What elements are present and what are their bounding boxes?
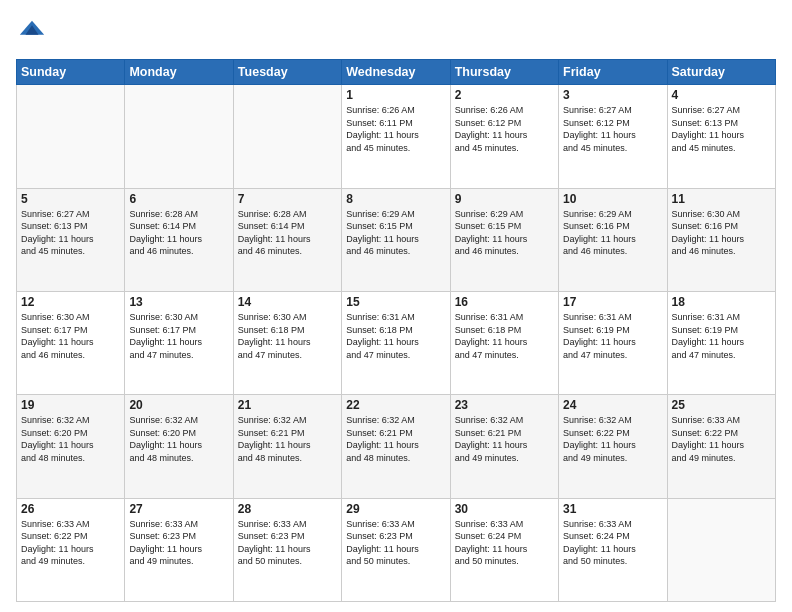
day-number: 11: [672, 192, 771, 206]
calendar-cell: [125, 85, 233, 188]
day-info: Sunrise: 6:29 AM Sunset: 6:16 PM Dayligh…: [563, 208, 662, 258]
day-number: 3: [563, 88, 662, 102]
weekday-header-friday: Friday: [559, 60, 667, 85]
day-info: Sunrise: 6:32 AM Sunset: 6:21 PM Dayligh…: [346, 414, 445, 464]
day-info: Sunrise: 6:30 AM Sunset: 6:17 PM Dayligh…: [21, 311, 120, 361]
calendar-cell: 12Sunrise: 6:30 AM Sunset: 6:17 PM Dayli…: [17, 291, 125, 394]
day-info: Sunrise: 6:27 AM Sunset: 6:13 PM Dayligh…: [21, 208, 120, 258]
calendar-cell: 17Sunrise: 6:31 AM Sunset: 6:19 PM Dayli…: [559, 291, 667, 394]
day-info: Sunrise: 6:31 AM Sunset: 6:18 PM Dayligh…: [346, 311, 445, 361]
day-number: 27: [129, 502, 228, 516]
calendar-week-2: 12Sunrise: 6:30 AM Sunset: 6:17 PM Dayli…: [17, 291, 776, 394]
day-number: 28: [238, 502, 337, 516]
calendar-week-1: 5Sunrise: 6:27 AM Sunset: 6:13 PM Daylig…: [17, 188, 776, 291]
day-number: 12: [21, 295, 120, 309]
weekday-header-sunday: Sunday: [17, 60, 125, 85]
day-number: 14: [238, 295, 337, 309]
day-number: 22: [346, 398, 445, 412]
day-number: 13: [129, 295, 228, 309]
day-number: 8: [346, 192, 445, 206]
day-info: Sunrise: 6:32 AM Sunset: 6:20 PM Dayligh…: [129, 414, 228, 464]
day-info: Sunrise: 6:33 AM Sunset: 6:23 PM Dayligh…: [346, 518, 445, 568]
weekday-header-tuesday: Tuesday: [233, 60, 341, 85]
day-info: Sunrise: 6:33 AM Sunset: 6:22 PM Dayligh…: [672, 414, 771, 464]
calendar-cell: 8Sunrise: 6:29 AM Sunset: 6:15 PM Daylig…: [342, 188, 450, 291]
calendar-cell: 15Sunrise: 6:31 AM Sunset: 6:18 PM Dayli…: [342, 291, 450, 394]
day-info: Sunrise: 6:27 AM Sunset: 6:12 PM Dayligh…: [563, 104, 662, 154]
day-info: Sunrise: 6:28 AM Sunset: 6:14 PM Dayligh…: [238, 208, 337, 258]
calendar-cell: 18Sunrise: 6:31 AM Sunset: 6:19 PM Dayli…: [667, 291, 775, 394]
day-info: Sunrise: 6:33 AM Sunset: 6:24 PM Dayligh…: [455, 518, 554, 568]
calendar-cell: 21Sunrise: 6:32 AM Sunset: 6:21 PM Dayli…: [233, 395, 341, 498]
day-number: 29: [346, 502, 445, 516]
calendar-cell: 26Sunrise: 6:33 AM Sunset: 6:22 PM Dayli…: [17, 498, 125, 601]
weekday-header-thursday: Thursday: [450, 60, 558, 85]
day-info: Sunrise: 6:33 AM Sunset: 6:23 PM Dayligh…: [238, 518, 337, 568]
day-info: Sunrise: 6:32 AM Sunset: 6:20 PM Dayligh…: [21, 414, 120, 464]
weekday-header-monday: Monday: [125, 60, 233, 85]
logo: [16, 16, 46, 49]
day-number: 20: [129, 398, 228, 412]
calendar-cell: 29Sunrise: 6:33 AM Sunset: 6:23 PM Dayli…: [342, 498, 450, 601]
calendar-week-3: 19Sunrise: 6:32 AM Sunset: 6:20 PM Dayli…: [17, 395, 776, 498]
day-number: 5: [21, 192, 120, 206]
day-info: Sunrise: 6:33 AM Sunset: 6:23 PM Dayligh…: [129, 518, 228, 568]
day-info: Sunrise: 6:29 AM Sunset: 6:15 PM Dayligh…: [455, 208, 554, 258]
day-number: 7: [238, 192, 337, 206]
day-number: 9: [455, 192, 554, 206]
day-number: 25: [672, 398, 771, 412]
calendar-cell: 22Sunrise: 6:32 AM Sunset: 6:21 PM Dayli…: [342, 395, 450, 498]
day-number: 6: [129, 192, 228, 206]
day-info: Sunrise: 6:26 AM Sunset: 6:11 PM Dayligh…: [346, 104, 445, 154]
calendar-cell: 13Sunrise: 6:30 AM Sunset: 6:17 PM Dayli…: [125, 291, 233, 394]
calendar-cell: 20Sunrise: 6:32 AM Sunset: 6:20 PM Dayli…: [125, 395, 233, 498]
calendar-cell: 1Sunrise: 6:26 AM Sunset: 6:11 PM Daylig…: [342, 85, 450, 188]
day-number: 16: [455, 295, 554, 309]
calendar-cell: 14Sunrise: 6:30 AM Sunset: 6:18 PM Dayli…: [233, 291, 341, 394]
day-info: Sunrise: 6:26 AM Sunset: 6:12 PM Dayligh…: [455, 104, 554, 154]
calendar-cell: 25Sunrise: 6:33 AM Sunset: 6:22 PM Dayli…: [667, 395, 775, 498]
logo-icon: [18, 16, 46, 44]
day-info: Sunrise: 6:28 AM Sunset: 6:14 PM Dayligh…: [129, 208, 228, 258]
logo-text: [16, 16, 46, 49]
calendar-cell: 2Sunrise: 6:26 AM Sunset: 6:12 PM Daylig…: [450, 85, 558, 188]
calendar-cell: [667, 498, 775, 601]
calendar-cell: [233, 85, 341, 188]
day-info: Sunrise: 6:31 AM Sunset: 6:19 PM Dayligh…: [563, 311, 662, 361]
day-info: Sunrise: 6:31 AM Sunset: 6:18 PM Dayligh…: [455, 311, 554, 361]
day-number: 1: [346, 88, 445, 102]
header: [16, 16, 776, 49]
page: SundayMondayTuesdayWednesdayThursdayFrid…: [0, 0, 792, 612]
calendar-cell: 19Sunrise: 6:32 AM Sunset: 6:20 PM Dayli…: [17, 395, 125, 498]
day-number: 10: [563, 192, 662, 206]
calendar-cell: 30Sunrise: 6:33 AM Sunset: 6:24 PM Dayli…: [450, 498, 558, 601]
day-info: Sunrise: 6:33 AM Sunset: 6:22 PM Dayligh…: [21, 518, 120, 568]
day-info: Sunrise: 6:32 AM Sunset: 6:21 PM Dayligh…: [455, 414, 554, 464]
day-info: Sunrise: 6:30 AM Sunset: 6:17 PM Dayligh…: [129, 311, 228, 361]
calendar-cell: 11Sunrise: 6:30 AM Sunset: 6:16 PM Dayli…: [667, 188, 775, 291]
day-number: 23: [455, 398, 554, 412]
calendar-cell: 27Sunrise: 6:33 AM Sunset: 6:23 PM Dayli…: [125, 498, 233, 601]
calendar-week-0: 1Sunrise: 6:26 AM Sunset: 6:11 PM Daylig…: [17, 85, 776, 188]
day-number: 24: [563, 398, 662, 412]
day-number: 15: [346, 295, 445, 309]
day-info: Sunrise: 6:29 AM Sunset: 6:15 PM Dayligh…: [346, 208, 445, 258]
day-info: Sunrise: 6:32 AM Sunset: 6:22 PM Dayligh…: [563, 414, 662, 464]
day-number: 18: [672, 295, 771, 309]
calendar-cell: 5Sunrise: 6:27 AM Sunset: 6:13 PM Daylig…: [17, 188, 125, 291]
calendar-cell: 16Sunrise: 6:31 AM Sunset: 6:18 PM Dayli…: [450, 291, 558, 394]
weekday-header-row: SundayMondayTuesdayWednesdayThursdayFrid…: [17, 60, 776, 85]
calendar-cell: 9Sunrise: 6:29 AM Sunset: 6:15 PM Daylig…: [450, 188, 558, 291]
calendar-cell: 7Sunrise: 6:28 AM Sunset: 6:14 PM Daylig…: [233, 188, 341, 291]
calendar-cell: [17, 85, 125, 188]
day-number: 21: [238, 398, 337, 412]
day-number: 4: [672, 88, 771, 102]
calendar-cell: 28Sunrise: 6:33 AM Sunset: 6:23 PM Dayli…: [233, 498, 341, 601]
weekday-header-saturday: Saturday: [667, 60, 775, 85]
day-number: 31: [563, 502, 662, 516]
day-info: Sunrise: 6:30 AM Sunset: 6:18 PM Dayligh…: [238, 311, 337, 361]
day-number: 19: [21, 398, 120, 412]
calendar-cell: 31Sunrise: 6:33 AM Sunset: 6:24 PM Dayli…: [559, 498, 667, 601]
day-info: Sunrise: 6:32 AM Sunset: 6:21 PM Dayligh…: [238, 414, 337, 464]
calendar-cell: 4Sunrise: 6:27 AM Sunset: 6:13 PM Daylig…: [667, 85, 775, 188]
